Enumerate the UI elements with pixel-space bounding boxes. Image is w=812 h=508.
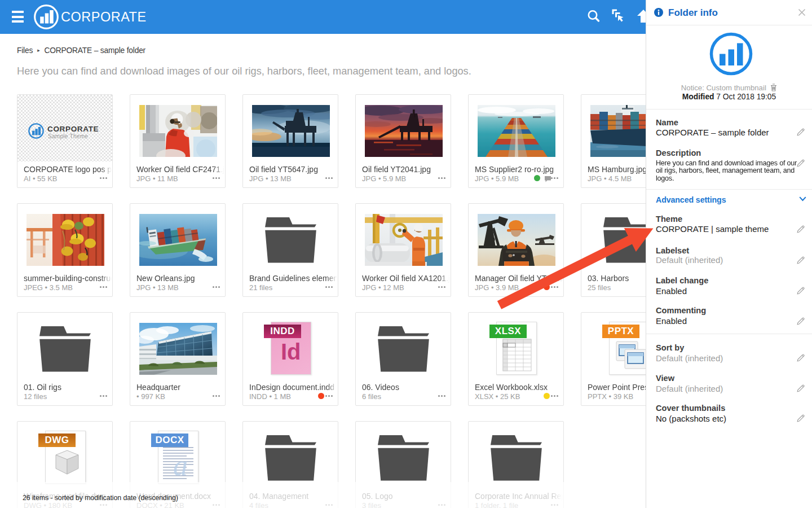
svg-text:Id: Id xyxy=(281,339,301,364)
svg-text:a: a xyxy=(173,449,188,481)
